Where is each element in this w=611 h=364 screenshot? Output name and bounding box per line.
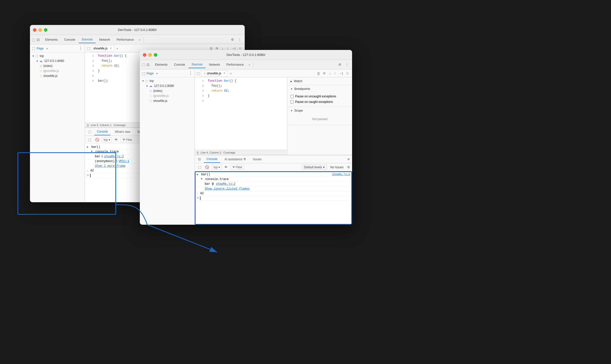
settings-button-fg[interactable]: ⚙	[336, 62, 343, 67]
console-gear-fg[interactable]: ⚙	[347, 165, 350, 169]
inspect-icon-bg[interactable]: ⬚	[32, 38, 35, 42]
prompt-cursor-fg[interactable]	[200, 196, 201, 200]
context-selector-fg[interactable]: top ▾	[212, 165, 222, 170]
minimize-button-fg[interactable]	[148, 53, 152, 57]
deactivate-fg[interactable]: ⊟	[345, 71, 350, 76]
source-toggle-bg[interactable]: ⬚	[87, 46, 90, 50]
console-tab-console-fg[interactable]: Console	[204, 156, 220, 163]
prompt-cursor-bg[interactable]	[90, 174, 91, 177]
close-button-fg[interactable]	[143, 53, 146, 57]
origin-arrow-bg: ▼	[36, 60, 38, 62]
page-label-fg[interactable]: Page	[147, 72, 154, 75]
traffic-lights-fg[interactable]	[143, 53, 157, 57]
clear-console-bg[interactable]: 🚫	[94, 137, 100, 142]
device-icon-fg[interactable]: ⊡	[147, 63, 150, 67]
tab-network-fg[interactable]: Network	[206, 61, 223, 68]
sources-toggle-fg[interactable]: ⬚	[142, 71, 145, 75]
show-ignore-link-fg[interactable]: Show ignore-listed frames	[205, 187, 250, 190]
tab-performance-bg[interactable]: Performance	[114, 36, 137, 43]
console-sidebar-toggle-fg[interactable]: ⊡	[197, 157, 202, 162]
source-tabs-more-bg[interactable]: »	[115, 46, 120, 51]
trace-arrow-fg2[interactable]: ▼	[201, 178, 204, 181]
show-more-link-bg[interactable]: Show 1 more frame	[95, 164, 125, 168]
console-tab-console-bg[interactable]: Console	[94, 128, 110, 135]
console-tab-issues-fg[interactable]: Issues	[250, 156, 264, 163]
tree-item-top-bg[interactable]: ▼ ⬚ top	[30, 53, 85, 58]
console-sidebar-fg[interactable]: ⬚	[197, 165, 202, 170]
tree-item-top-fg[interactable]: ▼ ⬚ top	[140, 78, 195, 83]
page-more-bg[interactable]: »	[45, 46, 49, 50]
filter-btn-bg[interactable]: ⧩ Filter	[121, 137, 134, 142]
settings-button-bg[interactable]: ⚙	[229, 37, 236, 42]
minimize-button-bg[interactable]	[38, 28, 42, 32]
maximize-button-fg[interactable]	[154, 53, 157, 57]
scope-header-fg[interactable]: ▼ Scope	[287, 107, 352, 114]
tree-item-showme-fg[interactable]: □ showMe.js	[140, 98, 195, 103]
bar-expand-fg[interactable]: ▶	[197, 173, 200, 176]
more-tabs-fg[interactable]: »	[247, 62, 252, 67]
source-tab-close-fg[interactable]: ✕	[223, 72, 225, 75]
inspect-icon-fg[interactable]: ⬚	[142, 63, 145, 67]
eye-btn-bg[interactable]: 👁	[113, 137, 119, 142]
more-options-bg[interactable]: ⋮	[236, 37, 243, 42]
source-tab-close-bg[interactable]: ✕	[110, 47, 112, 50]
default-levels-btn-fg[interactable]: Default levels ▾	[302, 165, 327, 170]
console-sidebar-bg[interactable]: ⬚	[87, 137, 92, 142]
tab-sources-fg[interactable]: Sources	[189, 61, 205, 68]
more-tabs-bg[interactable]: »	[137, 37, 142, 42]
breakpoints-header-fg[interactable]: ▼ Breakpoints	[287, 85, 352, 93]
pause-caught-check-fg[interactable]	[290, 100, 294, 104]
source-tab-showme-bg[interactable]: showMe.js ✕	[91, 45, 114, 51]
bar-expand-bg[interactable]: ▶	[87, 145, 90, 149]
more-options-fg[interactable]: ⋮	[344, 62, 350, 67]
tab-console-bg[interactable]: Console	[61, 36, 78, 43]
maximize-button-bg[interactable]	[44, 28, 47, 32]
tree-item-origin-bg[interactable]: ▼ ☁ 127.0.0.1:8080	[30, 58, 85, 63]
tab-performance-fg[interactable]: Performance	[223, 61, 247, 68]
tree-item-showme-bg[interactable]: □ showMe.js	[30, 73, 85, 78]
sources-toggle-bg[interactable]: ⬚	[32, 46, 35, 50]
tab-elements-fg[interactable]: Elements	[152, 61, 171, 68]
console-sidebar-toggle-bg[interactable]: ⬚	[87, 129, 92, 134]
tree-item-ignoreme-fg[interactable]: □ ignoreMe.js	[140, 93, 195, 98]
bar-source-link-fg[interactable]: showMe.js:2	[332, 173, 350, 176]
watch-header-fg[interactable]: ▶ Watch	[287, 77, 352, 85]
source-toggle-fg[interactable]: ⬚	[197, 71, 200, 75]
frame-link-bg[interactable]: showMe.js:2	[104, 155, 124, 158]
context-selector-bg[interactable]: top ▾	[102, 137, 112, 142]
pretty-print-fg[interactable]: {}	[316, 71, 321, 76]
tab-console-fg[interactable]: Console	[171, 61, 188, 68]
eye-btn-fg[interactable]: 👁	[223, 165, 229, 170]
sidebar-kebab-bg[interactable]: ⋮	[79, 46, 83, 51]
frame-link-fg[interactable]: showMe.js:2	[216, 182, 235, 186]
console-close-fg[interactable]: ✕	[347, 157, 350, 161]
pause-fg[interactable]: ⟳	[322, 71, 327, 76]
pause-uncaught-check-fg[interactable]	[290, 95, 294, 98]
tab-network-bg[interactable]: Network	[96, 36, 113, 43]
pretty-print-status-fg[interactable]: {}	[197, 151, 199, 154]
page-more-fg[interactable]: »	[155, 71, 159, 75]
sidebar-kebab-fg[interactable]: ⋮	[189, 71, 193, 76]
clear-console-fg[interactable]: 🚫	[204, 165, 210, 170]
tree-item-index-fg[interactable]: □ (index)	[140, 88, 195, 93]
step-over-fg[interactable]: ↓	[328, 71, 332, 76]
tree-item-index-bg[interactable]: □ (index)	[30, 63, 85, 68]
tab-elements-bg[interactable]: Elements	[42, 36, 61, 43]
source-tabs-more-fg[interactable]: »	[229, 71, 233, 76]
pretty-print-status-bg[interactable]: {}	[87, 124, 89, 127]
console-tab-whatsnew-bg[interactable]: What's new	[112, 129, 133, 135]
traffic-lights-bg[interactable]	[33, 28, 47, 32]
filter-btn-fg[interactable]: ⧩ Filter	[230, 165, 244, 170]
source-tab-showme-fg[interactable]: ⚠ showMe.js ✕	[201, 70, 228, 76]
trace-arrow-bg[interactable]: ▼	[91, 150, 94, 153]
close-button-bg[interactable]	[33, 28, 36, 32]
device-icon-bg[interactable]: ⊡	[37, 38, 40, 42]
step-out-fg[interactable]: →|	[338, 71, 344, 76]
page-label-bg[interactable]: Page	[37, 47, 44, 50]
step-into-fg[interactable]: ↑	[333, 71, 337, 76]
tab-sources-bg[interactable]: Sources	[79, 36, 96, 43]
tree-item-origin-fg[interactable]: ▼ ☁ 127.0.0.1:8080	[140, 83, 195, 88]
tree-item-ignoreme-bg[interactable]: □ ignoreMe.js	[30, 68, 85, 73]
console-tab-ai-fg[interactable]: AI assistance ⚗	[222, 156, 248, 163]
anon-link-bg[interactable]: VM31:1	[118, 160, 129, 163]
